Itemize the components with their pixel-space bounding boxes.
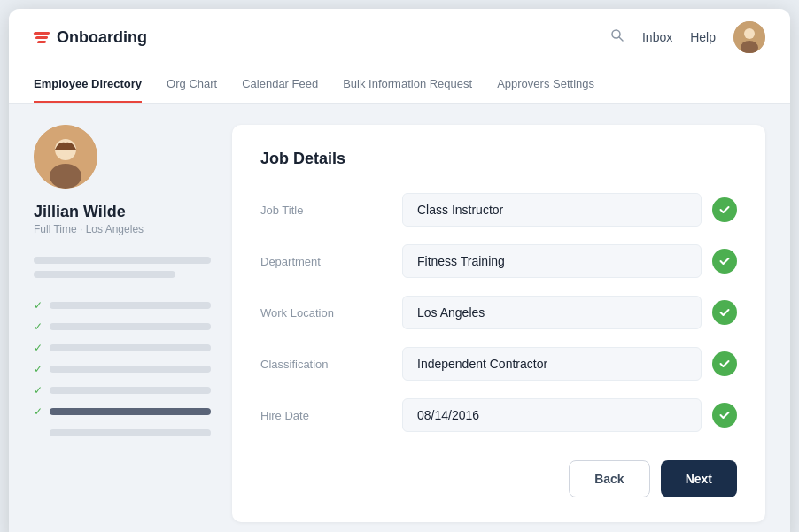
field-value-department: Fitness Training: [402, 244, 702, 278]
field-value-wrap-classification: Independent Contractor: [402, 347, 737, 381]
employee-name: Jillian Wilde: [34, 203, 144, 221]
checklist-bar-1: [50, 302, 211, 309]
checklist-item-3: ✓: [34, 342, 211, 354]
logo-area: Onboarding: [34, 28, 610, 47]
field-value-job-title: Class Instructor: [402, 193, 702, 227]
field-value-wrap-department: Fitness Training: [402, 244, 737, 278]
field-value-work-location: Los Angeles: [402, 296, 702, 329]
svg-point-3: [744, 28, 755, 39]
field-row-classification: Classification Independent Contractor: [260, 347, 737, 381]
back-button[interactable]: Back: [569, 460, 649, 497]
employee-avatar: [34, 125, 97, 189]
field-label-department: Department: [260, 255, 384, 268]
field-value-hire-date: 08/14/2016: [402, 398, 702, 432]
nav-item-calendar-feed[interactable]: Calendar Feed: [242, 66, 318, 103]
field-label-classification: Classification: [260, 358, 384, 371]
check-icon-1: ✓: [34, 299, 43, 312]
checklist-bar-5: [50, 387, 211, 394]
check-badge-department: [712, 249, 737, 274]
svg-line-1: [619, 37, 623, 41]
checklist-bar-2: [50, 323, 211, 330]
check-badge-work-location: [712, 300, 737, 325]
checklist-item-4: ✓: [34, 363, 211, 375]
logo-icon: [34, 32, 50, 43]
sidebar-skeleton: [34, 257, 211, 278]
help-button[interactable]: Help: [690, 30, 716, 44]
next-button[interactable]: Next: [661, 460, 737, 497]
header-actions: Inbox Help: [610, 21, 765, 53]
main-content: Jillian Wilde Full Time · Los Angeles ✓ …: [9, 104, 790, 532]
checklist-item-5: ✓: [34, 384, 211, 397]
field-value-wrap-work-location: Los Angeles: [402, 296, 737, 329]
nav-item-bulk-info[interactable]: Bulk Information Request: [343, 66, 472, 103]
nav-item-org-chart[interactable]: Org Chart: [167, 66, 217, 103]
employee-info: Jillian Wilde Full Time · Los Angeles: [34, 203, 144, 235]
navigation: Employee Directory Org Chart Calendar Fe…: [9, 66, 790, 104]
svg-point-7: [50, 164, 81, 189]
checklist-bar-4: [50, 366, 211, 373]
header: Onboarding Inbox Help: [9, 9, 790, 66]
panel-actions: Back Next: [260, 460, 737, 497]
skeleton-line-1: [34, 257, 211, 264]
check-badge-hire-date: [712, 403, 737, 428]
field-value-classification: Independent Contractor: [402, 347, 702, 381]
check-icon-3: ✓: [34, 342, 43, 354]
checklist-item-7: ✓: [34, 427, 211, 439]
checklist-bar-7: [50, 429, 211, 436]
skeleton-line-2: [34, 271, 175, 278]
checklist-bar-6: [50, 408, 211, 415]
check-icon-2: ✓: [34, 320, 43, 333]
checklist-item-2: ✓: [34, 320, 211, 333]
sidebar: Jillian Wilde Full Time · Los Angeles ✓ …: [34, 125, 211, 522]
check-badge-job-title: [712, 197, 737, 222]
field-value-wrap-hire-date: 08/14/2016: [402, 398, 737, 432]
app-window: Onboarding Inbox Help Employee Directory: [9, 9, 790, 532]
app-title: Onboarding: [57, 28, 147, 47]
checklist-item-6: ✓: [34, 405, 211, 418]
field-value-wrap-job-title: Class Instructor: [402, 193, 737, 227]
field-label-hire-date: Hire Date: [260, 409, 384, 422]
checklist-item-1: ✓: [34, 299, 211, 312]
search-button[interactable]: [610, 28, 624, 46]
check-badge-classification: [712, 351, 737, 376]
check-icon-5: ✓: [34, 384, 43, 397]
field-label-work-location: Work Location: [260, 306, 384, 320]
nav-item-approvers-settings[interactable]: Approvers Settings: [497, 66, 594, 103]
check-icon-4: ✓: [34, 363, 43, 375]
field-row-work-location: Work Location Los Angeles: [260, 296, 737, 329]
field-row-job-title: Job Title Class Instructor: [260, 193, 737, 227]
inbox-button[interactable]: Inbox: [642, 30, 672, 44]
user-avatar[interactable]: [733, 21, 765, 53]
panel-title: Job Details: [260, 150, 737, 168]
check-icon-6: ✓: [34, 405, 43, 418]
sidebar-checklist: ✓ ✓ ✓ ✓ ✓: [34, 299, 211, 439]
field-row-hire-date: Hire Date 08/14/2016: [260, 398, 737, 432]
field-row-department: Department Fitness Training: [260, 244, 737, 278]
employee-meta: Full Time · Los Angeles: [34, 223, 144, 235]
nav-item-employee-directory[interactable]: Employee Directory: [34, 66, 142, 103]
job-details-panel: Job Details Job Title Class Instructor D…: [232, 125, 765, 522]
checklist-bar-3: [50, 344, 211, 351]
field-label-job-title: Job Title: [260, 204, 384, 217]
